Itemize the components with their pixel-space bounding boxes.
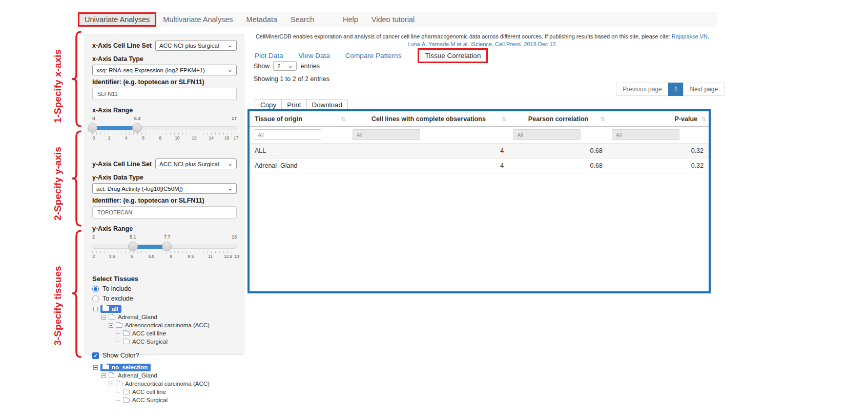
x-data-type-label: x-Axis Data Type <box>92 55 237 63</box>
chevron-down-icon: ⌄ <box>228 44 233 47</box>
annotation-step3-label: 3-Specify tissues <box>52 257 65 354</box>
tissue-correlation-table-box: Tissue of origin ⇅ Cell lines with compl… <box>247 109 711 293</box>
collapse-icon[interactable] <box>93 307 98 311</box>
col-p-value[interactable]: P-value ⇅ <box>608 111 709 127</box>
chevron-down-icon: ⌄ <box>228 162 233 166</box>
x-range-label: x-Axis Range <box>92 107 237 114</box>
filter-cell-lines-input[interactable] <box>353 129 420 140</box>
x-axis-range-slider[interactable]: 0 5.3 17 0 2 4 6 8 10 12 14 16 17 <box>92 122 237 145</box>
collapse-icon[interactable] <box>101 373 106 378</box>
x-identifier-label: Identifier: (e.g. topotecan or SLFN11) <box>92 78 237 86</box>
tree-node-acc-cell-line[interactable]: ACC cell line <box>93 329 237 337</box>
tree-elbow-icon <box>116 329 120 334</box>
page-1-button[interactable]: 1 <box>668 83 684 96</box>
x-range-handle-to[interactable] <box>132 123 142 133</box>
y-range-handle-to[interactable] <box>162 242 172 251</box>
collapse-icon[interactable] <box>101 315 106 320</box>
collapse-icon[interactable] <box>109 323 113 328</box>
col-tissue-of-origin[interactable]: Tissue of origin ⇅ <box>250 111 348 127</box>
tab-compare-patterns[interactable]: Compare Patterns <box>345 52 402 59</box>
collapse-icon[interactable] <box>93 365 98 370</box>
show-color-checkbox[interactable]: ✓ Show Color? <box>92 352 237 359</box>
radio-to-include[interactable]: To include <box>92 285 237 292</box>
tree-node-adrenal-gland[interactable]: Adrenal_Gland <box>93 313 237 321</box>
filter-tissue-input[interactable] <box>254 129 321 140</box>
nav-video-tutorial[interactable]: Video tutorial <box>365 13 421 26</box>
pagination: Previous page 1 Next page <box>616 83 725 96</box>
tab-plot-data[interactable]: Plot Data <box>255 52 283 59</box>
col-cell-lines[interactable]: Cell lines with complete observations ⇅ <box>348 111 509 127</box>
annotation-bracket-3 <box>71 230 83 358</box>
y-axis-range-slider[interactable]: 2 5.1 7.7 13 2 3.5 5 6.5 8 9.5 11 12.5 1… <box>92 240 237 264</box>
sort-icon[interactable]: ⇅ <box>341 116 345 123</box>
entries-count-select[interactable]: 2 ⌄ <box>273 61 297 71</box>
nav-help[interactable]: Help <box>336 13 365 26</box>
tree-node-no-selection[interactable]: no_selection <box>93 363 237 371</box>
tissue-color-tree: no_selection Adrenal_Gland Adrenocortica… <box>93 363 237 404</box>
y-data-type-select[interactable]: act: Drug Activity (-log10[IC50M]) ⌄ <box>92 183 237 194</box>
tree-node-acc[interactable]: Adrenocortical carcinoma (ACC) <box>93 321 237 329</box>
filter-pearson-input[interactable] <box>513 129 581 140</box>
tree-node-adrenal-gland[interactable]: Adrenal_Gland <box>93 371 237 380</box>
show-entries-row: Show 2 ⌄ entries <box>254 61 320 71</box>
sort-icon[interactable]: ⇅ <box>502 116 506 123</box>
table-row[interactable]: ALL 4 0.68 0.32 <box>250 144 709 158</box>
tree-elbow-icon <box>116 388 120 392</box>
table-row[interactable]: Adrenal_Gland 4 0.68 0.32 <box>250 158 709 173</box>
col-pearson-correlation[interactable]: Pearson correlation ⇅ <box>509 111 608 127</box>
folder-icon <box>102 365 109 369</box>
radio-to-exclude[interactable]: To exclude <box>92 295 237 302</box>
select-tissues-title: Select Tissues <box>92 275 237 283</box>
radio-on-icon <box>92 286 99 292</box>
tree-node-acc-cell-line[interactable]: ACC cell line <box>93 388 237 396</box>
checkbox-checked-icon: ✓ <box>92 352 99 359</box>
y-cell-line-set-select[interactable]: ACC NCI plus Surgical ⌄ <box>155 158 237 169</box>
folder-icon <box>116 323 122 328</box>
tree-elbow-icon <box>116 337 120 342</box>
y-cell-line-set-label: y-Axis Cell Line Set <box>92 161 152 168</box>
x-data-type-select[interactable]: xsq: RNA-seq Expression (log2 FPKM+1) ⌄ <box>92 65 237 75</box>
filter-p-value-input[interactable] <box>612 129 679 140</box>
chevron-down-icon: ⌄ <box>287 64 293 68</box>
previous-page-button[interactable]: Previous page <box>616 83 669 96</box>
folder-icon <box>109 315 115 320</box>
annotation-step2-label: 2-Specify y-axis <box>52 135 65 232</box>
folder-icon <box>116 382 122 386</box>
folder-icon <box>123 340 130 344</box>
nav-multivariate-analyses[interactable]: Multivariate Analyses <box>156 13 239 26</box>
top-navbar: Univariate Analyses Multivariate Analyse… <box>77 12 717 27</box>
annotation-bracket-1 <box>71 31 83 127</box>
nav-univariate-analyses[interactable]: Univariate Analyses <box>78 12 156 27</box>
chevron-down-icon: ⌄ <box>228 187 233 190</box>
showing-entries-status: Showing 1 to 2 of 2 entries <box>254 75 329 83</box>
tab-highlight-box: Tissue Correlation <box>418 48 488 63</box>
filter-row <box>250 127 709 144</box>
nav-metadata[interactable]: Metadata <box>240 13 284 26</box>
x-identifier-input[interactable] <box>92 88 237 100</box>
tissue-correlation-table: Tissue of origin ⇅ Cell lines with compl… <box>250 111 709 173</box>
x-cell-line-set-select[interactable]: ACC NCI plus Surgical ⌄ <box>155 40 237 51</box>
tree-node-acc-surgical[interactable]: ACC Surgical <box>93 396 237 404</box>
y-range-label: y-Axis Range <box>92 225 237 232</box>
x-cell-line-set-label: x-Axis Cell Line Set <box>92 42 152 49</box>
next-page-button[interactable]: Next page <box>683 83 725 96</box>
tab-view-data[interactable]: View Data <box>299 52 330 59</box>
y-data-type-label: y-Axis Data Type <box>92 174 237 181</box>
site-description: CellMinerCDB enables exploration and ana… <box>254 33 711 49</box>
tree-node-acc-surgical[interactable]: ACC Surgical <box>93 337 237 346</box>
folder-icon <box>123 398 130 403</box>
tab-tissue-correlation[interactable]: Tissue Correlation <box>425 52 481 59</box>
x-range-handle-from[interactable] <box>88 123 97 133</box>
y-range-handle-from[interactable] <box>128 242 138 251</box>
tree-node-all[interactable]: all <box>93 305 237 313</box>
sort-icon[interactable]: ⇅ <box>601 116 605 123</box>
collapse-icon[interactable] <box>109 382 113 386</box>
nav-search[interactable]: Search <box>284 13 321 26</box>
folder-icon <box>123 390 130 394</box>
tree-node-acc[interactable]: Adrenocortical carcinoma (ACC) <box>93 380 237 388</box>
y-identifier-input[interactable] <box>92 206 237 219</box>
tree-elbow-icon <box>116 396 120 401</box>
annotation-bracket-2 <box>71 130 83 227</box>
sort-icon[interactable]: ⇅ <box>701 116 706 123</box>
tissue-include-tree: all Adrenal_Gland Adrenocortical carcino… <box>93 305 237 346</box>
